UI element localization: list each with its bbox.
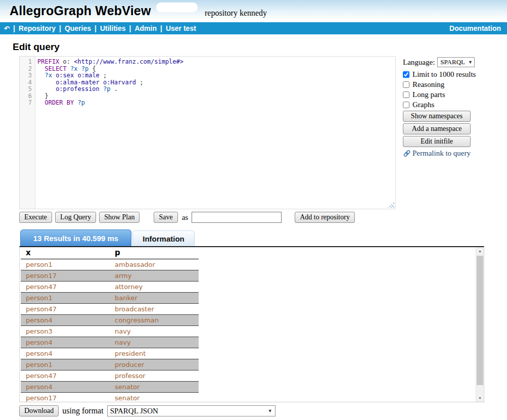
resize-grip-icon[interactable] xyxy=(388,201,394,208)
table-header-row: x p xyxy=(21,247,199,259)
results-panel: x p person1ambassadorperson17armyperson4… xyxy=(19,246,484,402)
save-button[interactable]: Save xyxy=(154,212,177,223)
table-row: person3navy xyxy=(21,326,199,337)
cell-p: senator xyxy=(110,382,199,393)
results-body: person1ambassadorperson17armyperson47att… xyxy=(21,259,199,403)
cell-x: person17 xyxy=(21,393,110,403)
code-text: ?x o:sex o:male ; xyxy=(35,72,107,79)
line-number: 3 xyxy=(20,72,35,79)
nav-item-user[interactable]: User test xyxy=(166,24,196,32)
cell-x: person1 xyxy=(21,259,110,270)
table-row: person1ambassador xyxy=(21,259,199,270)
table-row: person47broadcaster xyxy=(21,304,199,315)
execute-button[interactable]: Execute xyxy=(19,212,52,223)
code-text: SELECT ?x ?p { xyxy=(35,66,96,73)
editor-section: 1PREFIX o: <http://www.franz.com/simple#… xyxy=(19,56,507,209)
show-plan-button[interactable]: Show Plan xyxy=(99,212,140,223)
redacted-area xyxy=(156,3,198,12)
column-header-x: x xyxy=(21,247,110,259)
table-row: person4navy xyxy=(21,337,199,348)
back-icon[interactable]: ↶ xyxy=(4,25,10,32)
line-number: 5 xyxy=(20,86,35,93)
language-select-value: SPARQL xyxy=(440,58,465,66)
tab-results[interactable]: 13 Results in 40.599 ms xyxy=(20,229,131,246)
code-line: 4 o:alma-mater o:Harvard ; xyxy=(20,79,395,86)
code-line: 5 o:profession ?p . xyxy=(20,86,395,93)
edit-initfile-button[interactable]: Edit initfile xyxy=(403,136,471,147)
cell-p: navy xyxy=(110,326,199,337)
cell-p: senator xyxy=(110,393,199,403)
limit-results-option[interactable]: Limit to 1000 results xyxy=(403,70,504,79)
code-lines: 1PREFIX o: <http://www.franz.com/simple#… xyxy=(20,59,395,107)
cell-x: person3 xyxy=(21,326,110,337)
tab-information[interactable]: Information xyxy=(132,230,195,246)
limit-results-checkbox[interactable] xyxy=(403,71,409,78)
code-text: o:alma-mater o:Harvard ; xyxy=(35,79,144,86)
show-namespaces-button[interactable]: Show namespaces xyxy=(403,111,471,122)
language-select[interactable]: SPARQL ▼ xyxy=(437,57,475,67)
add-namespace-button[interactable]: Add a namespace xyxy=(403,123,471,134)
permalink-link[interactable]: Permalink to query xyxy=(403,149,504,158)
download-button[interactable]: Download xyxy=(19,405,59,416)
scroll-up-icon[interactable]: ▲ xyxy=(476,247,484,255)
line-number: 6 xyxy=(20,93,35,100)
save-as-input[interactable] xyxy=(192,212,282,223)
query-editor[interactable]: 1PREFIX o: <http://www.franz.com/simple#… xyxy=(19,56,396,209)
code-line: 2 SELECT ?x ?p { xyxy=(20,66,395,73)
page: AllegroGraph WebView repository kennedy … xyxy=(0,0,507,420)
nav-item-admin[interactable]: Admin xyxy=(134,24,157,32)
cell-x: person4 xyxy=(21,348,110,359)
long-parts-checkbox[interactable] xyxy=(403,91,409,98)
nav-item-repository[interactable]: Repository xyxy=(19,24,56,32)
code-text: o:profession ?p . xyxy=(35,86,118,93)
nav-item-utilities[interactable]: Utilities xyxy=(100,24,126,32)
cell-p: attorney xyxy=(110,282,199,293)
reasoning-label: Reasoning xyxy=(412,80,444,89)
graphs-checkbox[interactable] xyxy=(403,102,409,108)
nav-item-documentation[interactable]: Documentation xyxy=(449,24,501,32)
table-row: person47attorney xyxy=(21,282,199,293)
cell-x: person1 xyxy=(21,293,110,304)
graphs-option[interactable]: Graphs xyxy=(403,101,504,109)
cell-x: person47 xyxy=(21,282,110,293)
code-line: 6 } xyxy=(20,93,395,100)
dropdown-arrow-icon: ▼ xyxy=(268,408,272,413)
graphs-label: Graphs xyxy=(412,101,434,109)
format-select[interactable]: SPARQL JSON ▼ xyxy=(107,405,275,416)
nav-item-queries[interactable]: Queries xyxy=(65,24,91,32)
code-line: 1PREFIX o: <http://www.franz.com/simple#… xyxy=(20,59,395,66)
nav-separator: | xyxy=(95,24,97,32)
cell-x: person4 xyxy=(21,315,110,326)
line-number: 4 xyxy=(20,79,35,86)
reasoning-checkbox[interactable] xyxy=(403,81,409,88)
cell-x: person4 xyxy=(21,337,110,348)
cell-x: person47 xyxy=(21,304,110,315)
nav-separator: | xyxy=(59,24,61,32)
code-text: } xyxy=(35,93,49,100)
table-row: person47professor xyxy=(21,370,199,382)
link-icon xyxy=(403,150,411,157)
long-parts-option[interactable]: Long parts xyxy=(403,90,504,99)
cell-p: broadcaster xyxy=(110,304,199,315)
query-options-panel: Language: SPARQL ▼ Limit to 1000 results… xyxy=(403,56,504,209)
code-line: 3 ?x o:sex o:male ; xyxy=(20,72,395,79)
scroll-down-icon[interactable]: ▼ xyxy=(476,394,484,402)
format-label: using format xyxy=(62,406,103,415)
page-title: Edit query xyxy=(13,41,507,53)
main-nav: ↶ | Repository | Queries | Utilities | A… xyxy=(0,22,507,34)
cell-x: person17 xyxy=(21,270,110,282)
table-row: person1banker xyxy=(21,293,199,304)
cell-x: person4 xyxy=(21,382,110,393)
format-select-value: SPARQL JSON xyxy=(110,407,158,415)
cell-p: navy xyxy=(110,337,199,348)
add-to-repository-button[interactable]: Add to repository xyxy=(295,212,355,223)
reasoning-option[interactable]: Reasoning xyxy=(403,80,504,89)
table-row: person17army xyxy=(21,270,199,282)
scrollbar-thumb[interactable] xyxy=(477,256,483,385)
code-line: 7 ORDER BY ?p xyxy=(20,100,395,107)
vertical-scrollbar[interactable]: ▲ ▼ xyxy=(476,247,484,402)
log-query-button[interactable]: Log Query xyxy=(55,212,96,223)
download-section: Download using format SPARQL JSON ▼ xyxy=(19,405,507,416)
line-number: 1 xyxy=(20,59,35,66)
cell-p: banker xyxy=(110,293,199,304)
